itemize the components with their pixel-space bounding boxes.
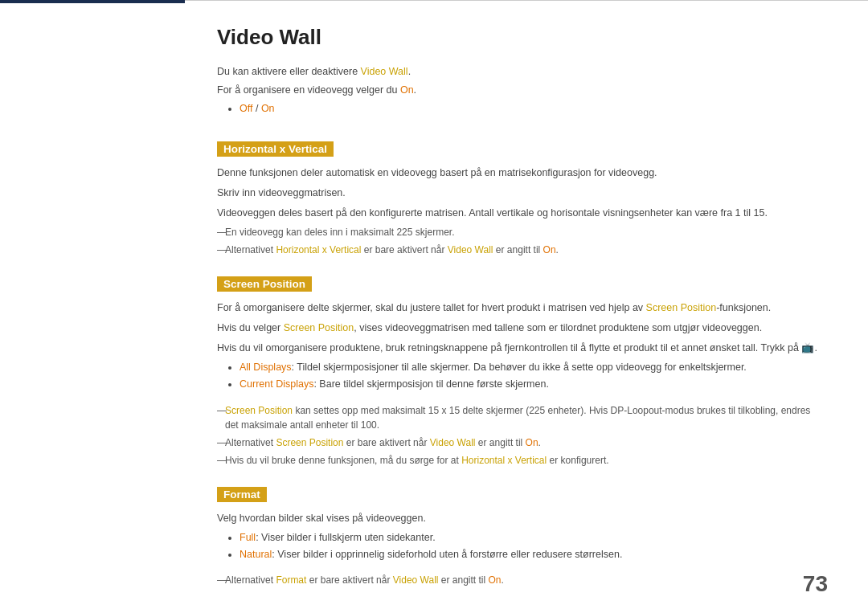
page-container: Video Wall Du kan aktivere eller deaktiv… (0, 0, 868, 613)
intro-bullet-off-on: Off / On (240, 101, 820, 116)
section-heading-horizontal: Horizontal x Vertical (217, 141, 334, 157)
screen-line1: For å omorganisere delte skjermer, skal … (217, 300, 820, 316)
horizontal-line3: Videoveggen deles basert på den konfigur… (217, 205, 820, 221)
section-format-body: Velg hvordan bilder skal vises på videov… (217, 510, 820, 588)
screen-note1: Screen Position kan settes opp med maksi… (217, 403, 820, 432)
format-note: Alternativet Format er bare aktivert når… (217, 573, 820, 587)
screen-note2: Alternativet Screen Position er bare akt… (217, 435, 820, 450)
section-heading-screen: Screen Position (217, 276, 312, 292)
section-horizontal-body: Denne funksjonen deler automatisk en vid… (217, 165, 820, 257)
screen-bullet-current: Current Displays: Bare tildel skjermposi… (240, 377, 820, 392)
screen-bullets: All Displays: Tildel skjermposisjoner ti… (217, 360, 820, 392)
sidebar (0, 0, 185, 613)
screen-note3: Hvis du vil bruke denne funksjonen, må d… (217, 453, 820, 468)
screen-bullet-all: All Displays: Tildel skjermposisjoner ti… (240, 360, 820, 375)
page-number: 73 (803, 571, 828, 597)
intro-line1-link: Video Wall (361, 66, 408, 77)
intro-line1-before: Du kan aktivere eller deaktivere (217, 66, 361, 77)
intro-line2: For å organisere en videovegg velger du … (217, 83, 820, 98)
screen-line2: Hvis du velger Screen Position, vises vi… (217, 320, 820, 336)
horizontal-note2: Alternativet Horizontal x Vertical er ba… (217, 243, 820, 257)
section-heading-format: Format (217, 487, 267, 502)
screen-line3: Hvis du vil omorganisere produktene, bru… (217, 340, 820, 356)
intro-bullets: Off / On (217, 101, 820, 116)
intro-line1: Du kan aktivere eller deaktivere Video W… (217, 64, 820, 80)
horizontal-line2: Skriv inn videoveggmatrisen. (217, 185, 820, 201)
format-bullets: Full: Viser bilder i fullskjerm uten sid… (217, 530, 820, 562)
page-title: Video Wall (217, 25, 820, 50)
section-screen-body: For å omorganisere delte skjermer, skal … (217, 300, 820, 468)
horizontal-line1: Denne funksjonen deler automatisk en vid… (217, 165, 820, 181)
horizontal-note1: En videovegg kan deles inn i maksimalt 2… (217, 225, 820, 239)
format-bullet-full: Full: Viser bilder i fullskjerm uten sid… (240, 530, 820, 546)
format-bullet-natural: Natural: Viser bilder i opprinnelig side… (240, 547, 820, 562)
format-line1: Velg hvordan bilder skal vises på videov… (217, 510, 820, 526)
main-content: Video Wall Du kan aktivere eller deaktiv… (185, 0, 868, 613)
